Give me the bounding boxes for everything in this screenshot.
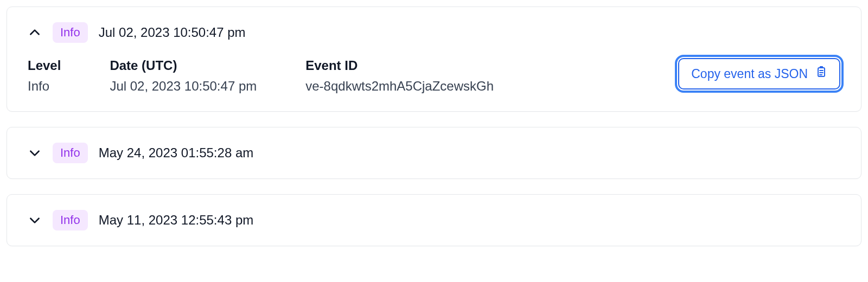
detail-date: Date (UTC) Jul 02, 2023 10:50:47 pm [110, 58, 257, 94]
level-badge: Info [53, 143, 88, 163]
event-timestamp: May 11, 2023 12:55:43 pm [99, 213, 254, 228]
event-row-header[interactable]: Info May 11, 2023 12:55:43 pm [7, 195, 861, 246]
chevron-down-icon [28, 146, 42, 160]
detail-label-event-id: Event ID [305, 58, 494, 73]
level-badge: Info [53, 22, 88, 43]
chevron-up-icon [28, 25, 42, 40]
copy-button-label: Copy event as JSON [691, 67, 808, 81]
copy-event-json-button[interactable]: Copy event as JSON [678, 58, 840, 89]
event-details: Level Info Date (UTC) Jul 02, 2023 10:50… [7, 58, 861, 111]
level-badge: Info [53, 210, 88, 230]
event-row: Info Jul 02, 2023 10:50:47 pm Level Info… [7, 7, 861, 112]
detail-value-event-id: ve-8qdkwts2mhA5CjaZcewskGh [305, 79, 494, 94]
event-row-header[interactable]: Info Jul 02, 2023 10:50:47 pm [7, 7, 861, 58]
detail-label-level: Level [28, 58, 61, 73]
event-timestamp: Jul 02, 2023 10:50:47 pm [99, 25, 246, 40]
detail-value-level: Info [28, 79, 61, 94]
detail-level: Level Info [28, 58, 61, 94]
event-row: Info May 24, 2023 01:55:28 am [7, 127, 861, 179]
detail-value-date: Jul 02, 2023 10:50:47 pm [110, 79, 257, 94]
detail-event-id: Event ID ve-8qdkwts2mhA5CjaZcewskGh [305, 58, 494, 94]
clipboard-icon [814, 66, 827, 82]
chevron-down-icon [28, 213, 42, 227]
event-timestamp: May 24, 2023 01:55:28 am [99, 145, 254, 161]
event-row-header[interactable]: Info May 24, 2023 01:55:28 am [7, 127, 861, 178]
event-row: Info May 11, 2023 12:55:43 pm [7, 194, 861, 246]
detail-label-date: Date (UTC) [110, 58, 257, 73]
event-details-columns: Level Info Date (UTC) Jul 02, 2023 10:50… [28, 58, 494, 94]
